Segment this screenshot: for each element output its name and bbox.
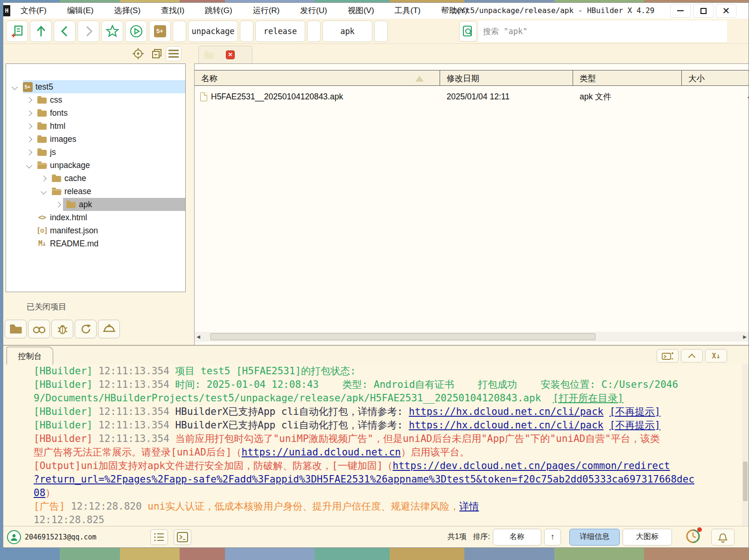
- file-row[interactable]: H5FAE2531__20250104120843.apk2025/01/04 …: [195, 89, 749, 105]
- breadcrumb-separator-button[interactable]: [307, 21, 321, 42]
- search-button[interactable]: [459, 21, 477, 42]
- menu-item[interactable]: 运行(R): [243, 3, 290, 19]
- sort-by-button[interactable]: 名称: [493, 529, 541, 546]
- tree-item-unpackage[interactable]: unpackage: [6, 159, 185, 172]
- activity-button[interactable]: [685, 528, 701, 546]
- console-tab[interactable]: 控制台: [7, 347, 53, 365]
- console-link[interactable]: https://dev.dcloud.net.cn/pages/common/r…: [392, 460, 670, 471]
- scrollbar-thumb[interactable]: [210, 333, 595, 340]
- breadcrumb-unpackage[interactable]: unpackage: [188, 21, 238, 42]
- breadcrumb-separator-button[interactable]: [240, 21, 253, 42]
- console-scrollbar-thumb[interactable]: [743, 462, 748, 501]
- menu-item[interactable]: 编辑(E): [57, 3, 104, 19]
- column-header-4[interactable]: 大小: [682, 70, 749, 85]
- horizontal-scrollbar[interactable]: ◀ ▶: [195, 332, 749, 342]
- locate-file-button[interactable]: [130, 46, 146, 61]
- console-font-button[interactable]: [657, 349, 679, 363]
- open-folder-button[interactable]: [5, 320, 27, 338]
- tree-item-html[interactable]: html: [6, 119, 185, 133]
- tree-item-README.md[interactable]: M↓README.md: [6, 237, 185, 250]
- project-type-button[interactable]: 5+: [149, 21, 171, 42]
- tree-item-cache[interactable]: cache: [6, 172, 185, 185]
- view-large-icons-button[interactable]: 大图标: [623, 529, 672, 546]
- expander-icon[interactable]: [26, 162, 32, 168]
- collapse-console-button[interactable]: [681, 349, 703, 363]
- menu-item[interactable]: 选择(S): [104, 3, 151, 19]
- collapse-all-button[interactable]: [149, 46, 165, 61]
- favorite-button[interactable]: [101, 21, 123, 42]
- debug-button[interactable]: [51, 320, 73, 338]
- column-header-2[interactable]: 修改日期: [440, 70, 573, 85]
- tree-item-release[interactable]: release: [6, 185, 185, 198]
- menu-item[interactable]: 跳转(G): [195, 3, 243, 19]
- expander-icon[interactable]: [26, 136, 32, 142]
- minimize-button[interactable]: [670, 4, 691, 18]
- tree-item-js[interactable]: js: [6, 146, 185, 159]
- menu-item[interactable]: 发行(U): [290, 3, 337, 19]
- sync-up-button[interactable]: [30, 21, 52, 42]
- breadcrumb-apk[interactable]: apk: [322, 21, 372, 42]
- maximize-button[interactable]: [693, 4, 714, 18]
- clear-console-button[interactable]: X↓: [705, 349, 727, 363]
- tree-item-test5[interactable]: 5+test5: [6, 80, 185, 93]
- expander-icon[interactable]: [12, 84, 18, 90]
- scroll-right-icon[interactable]: ▶: [741, 334, 749, 339]
- view-detail-button[interactable]: 详细信息: [569, 529, 620, 546]
- account-email[interactable]: 2046915213@qq.com: [25, 533, 97, 541]
- run-button[interactable]: [125, 21, 147, 42]
- outline-button[interactable]: [150, 529, 168, 545]
- console-link[interactable]: 08: [34, 487, 45, 498]
- tree-item-apk[interactable]: apk: [6, 198, 185, 211]
- close-tab-icon[interactable]: ✕: [226, 50, 235, 59]
- search-input[interactable]: [478, 21, 727, 42]
- expander-icon[interactable]: [41, 189, 47, 195]
- tree-item-fonts[interactable]: fonts: [6, 106, 185, 119]
- console-link[interactable]: https://uniad.dcloud.net.cn: [242, 447, 401, 458]
- tree-item-index.html[interactable]: <>index.html: [6, 211, 185, 224]
- console-link[interactable]: 详情: [459, 501, 479, 512]
- terminal-button[interactable]: [174, 529, 191, 545]
- console-link[interactable]: [打开所在目录]: [553, 392, 623, 404]
- console-link[interactable]: [不再提示]: [609, 406, 660, 417]
- menu-item[interactable]: 查找(I): [151, 3, 195, 19]
- folder-view-tab[interactable]: ✕: [198, 46, 252, 63]
- breadcrumb-release[interactable]: release: [255, 21, 305, 42]
- new-project-button[interactable]: [6, 21, 28, 42]
- star-icon: [105, 24, 119, 38]
- column-header-3[interactable]: 类型: [573, 70, 682, 85]
- expander-icon[interactable]: [41, 175, 47, 182]
- scroll-left-icon[interactable]: ◀: [195, 334, 202, 339]
- panel-menu-button[interactable]: [166, 46, 182, 61]
- menu-item[interactable]: 工具(T): [385, 3, 431, 19]
- tree-item-css[interactable]: css: [6, 93, 185, 106]
- console-line: 型广告将无法正常展示。请登录[uniAD后台]（https://uniad.dc…: [3, 446, 749, 459]
- expander-icon[interactable]: [26, 110, 32, 116]
- console-link[interactable]: [不再提示]: [609, 420, 660, 431]
- console-text: [603, 420, 609, 431]
- expander-icon[interactable]: [55, 202, 61, 208]
- tree-item-manifest.json[interactable]: [⚙]manifest.json: [6, 224, 185, 237]
- project-tree-panel: 5+test5cssfontshtmlimagesjsunpackagecach…: [6, 63, 186, 292]
- console-link[interactable]: ?return_url=%2Fpages%2Fapp-safe%2Fadd%3F…: [34, 474, 694, 485]
- forward-button[interactable]: [77, 21, 99, 42]
- console-link[interactable]: https://hx.dcloud.net.cn/cli/pack: [409, 420, 603, 431]
- menu-item[interactable]: 文件(F): [10, 3, 57, 19]
- breadcrumb-separator-button[interactable]: [374, 21, 388, 42]
- expander-icon[interactable]: [26, 97, 32, 103]
- column-header-1[interactable]: 名称: [195, 70, 440, 85]
- console-scrollbar[interactable]: [742, 364, 749, 526]
- sort-direction-button[interactable]: ↑: [544, 529, 561, 546]
- expander-icon[interactable]: [26, 123, 32, 129]
- notifications-button[interactable]: [711, 529, 735, 546]
- close-button[interactable]: ✕: [716, 4, 736, 18]
- refresh-button[interactable]: [75, 320, 97, 338]
- console-link[interactable]: https://hx.dcloud.net.cn/cli/pack: [409, 406, 603, 417]
- plugin-button[interactable]: [98, 320, 120, 338]
- preview-button[interactable]: [28, 320, 50, 338]
- user-avatar[interactable]: [7, 530, 21, 544]
- menu-item[interactable]: 视图(V): [337, 3, 385, 19]
- back-button[interactable]: [54, 21, 76, 42]
- breadcrumb-separator-button[interactable]: [173, 21, 186, 42]
- tree-item-images[interactable]: images: [6, 133, 185, 146]
- expander-icon[interactable]: [26, 149, 32, 155]
